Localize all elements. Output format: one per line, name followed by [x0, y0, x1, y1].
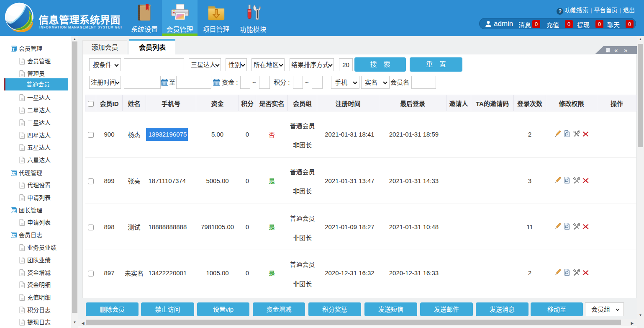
svg-text:»: » — [624, 46, 627, 54]
svg-text:«: « — [614, 46, 618, 54]
